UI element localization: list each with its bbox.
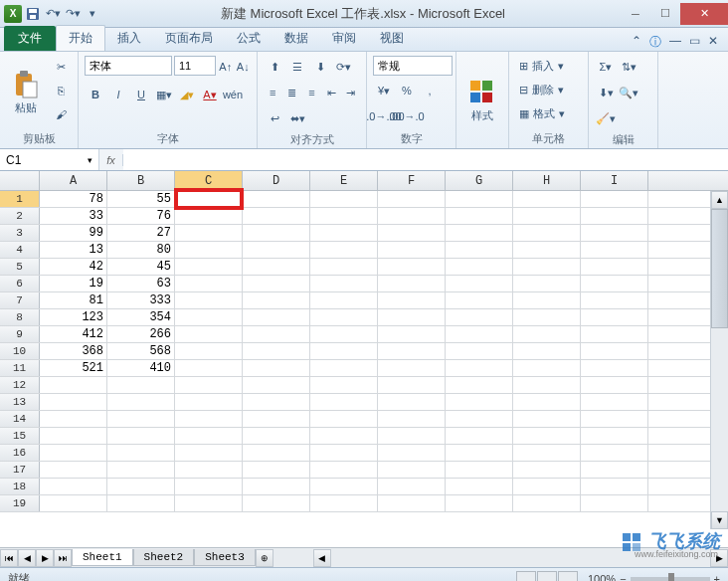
sort-icon[interactable]: ⇅▾ — [618, 56, 639, 78]
tab-review[interactable]: 审阅 — [320, 26, 368, 51]
merge-icon[interactable]: ⬌▾ — [286, 107, 308, 129]
cell[interactable] — [243, 208, 310, 224]
cell[interactable]: 368 — [40, 343, 107, 359]
cell[interactable] — [513, 309, 581, 325]
cell[interactable] — [513, 225, 581, 241]
sheet-last-icon[interactable]: ⏭ — [54, 549, 72, 567]
sheet-tab[interactable]: Sheet2 — [133, 549, 195, 566]
cell[interactable] — [243, 495, 310, 511]
tab-formulas[interactable]: 公式 — [225, 26, 273, 51]
indent-increase-icon[interactable]: ⇥ — [341, 82, 360, 103]
insert-cells-button[interactable]: ⊞插入▾ — [515, 56, 582, 76]
percent-icon[interactable]: % — [396, 80, 418, 101]
col-header-H[interactable]: H — [513, 171, 581, 190]
font-name-select[interactable] — [85, 56, 172, 76]
col-header-C[interactable]: C — [175, 171, 243, 190]
cell[interactable] — [513, 343, 581, 359]
cell[interactable] — [310, 343, 378, 359]
comma-icon[interactable]: , — [419, 80, 441, 101]
cell[interactable]: 99 — [40, 225, 107, 241]
cell[interactable] — [243, 259, 310, 275]
cell[interactable] — [40, 428, 107, 444]
cell[interactable] — [310, 428, 378, 444]
cell[interactable] — [40, 377, 107, 393]
cell[interactable] — [243, 309, 310, 325]
zoom-slider[interactable] — [631, 577, 710, 581]
cell[interactable] — [378, 428, 446, 444]
align-middle-icon[interactable]: ☰ — [286, 56, 308, 78]
cell[interactable] — [581, 309, 648, 325]
row-header[interactable]: 7 — [0, 292, 40, 308]
cell[interactable] — [243, 292, 310, 308]
cell[interactable] — [581, 462, 648, 478]
cell[interactable] — [310, 225, 378, 241]
scroll-thumb[interactable] — [711, 209, 728, 328]
cell[interactable] — [107, 377, 175, 393]
cell[interactable] — [581, 394, 648, 410]
cell[interactable]: 55 — [107, 191, 175, 207]
cell[interactable] — [513, 411, 581, 427]
cell[interactable] — [175, 394, 243, 410]
cell[interactable] — [513, 377, 581, 393]
cell[interactable] — [446, 360, 513, 376]
col-header-D[interactable]: D — [243, 171, 310, 190]
row-header[interactable]: 19 — [0, 495, 40, 511]
qat-dropdown-icon[interactable]: ▾ — [84, 5, 101, 23]
cell[interactable]: 42 — [40, 259, 107, 275]
cell[interactable] — [378, 326, 446, 342]
cell[interactable] — [513, 276, 581, 291]
tab-layout[interactable]: 页面布局 — [153, 26, 225, 51]
align-top-icon[interactable]: ⬆ — [264, 56, 285, 78]
currency-icon[interactable]: ¥▾ — [373, 80, 395, 101]
cell[interactable] — [446, 428, 513, 444]
cell[interactable] — [175, 225, 243, 241]
align-center-icon[interactable]: ≣ — [283, 82, 302, 103]
cell[interactable]: 27 — [107, 225, 175, 241]
cell[interactable] — [310, 292, 378, 308]
cell[interactable] — [175, 259, 243, 275]
fx-button[interactable]: fx — [99, 154, 123, 166]
clear-icon[interactable]: 🧹▾ — [595, 107, 617, 129]
cell[interactable] — [175, 360, 243, 376]
cell[interactable] — [175, 208, 243, 224]
cell[interactable] — [310, 462, 378, 478]
cell[interactable] — [175, 191, 243, 207]
cell[interactable] — [581, 495, 648, 511]
cell[interactable]: 412 — [40, 326, 107, 342]
align-right-icon[interactable]: ≡ — [302, 82, 321, 103]
cell[interactable] — [175, 377, 243, 393]
cell[interactable] — [378, 343, 446, 359]
cell[interactable] — [310, 208, 378, 224]
select-all-corner[interactable] — [0, 171, 40, 190]
format-cells-button[interactable]: ▦格式▾ — [515, 103, 582, 123]
cell[interactable]: 568 — [107, 343, 175, 359]
zoom-level[interactable]: 100% — [588, 573, 616, 582]
cell[interactable] — [513, 445, 581, 461]
cell[interactable] — [310, 394, 378, 410]
cell[interactable] — [243, 242, 310, 258]
name-box[interactable]: C1 ▾ — [0, 149, 99, 170]
cell[interactable] — [40, 462, 107, 478]
cell[interactable] — [581, 191, 648, 207]
cell[interactable]: 76 — [107, 208, 175, 224]
row-header[interactable]: 5 — [0, 259, 40, 275]
window-min-icon[interactable]: — — [669, 34, 681, 51]
cell[interactable] — [243, 191, 310, 207]
cell[interactable]: 410 — [107, 360, 175, 376]
cell[interactable]: 45 — [107, 259, 175, 275]
row-header[interactable]: 17 — [0, 462, 40, 478]
cell[interactable] — [513, 191, 581, 207]
cell[interactable] — [243, 360, 310, 376]
cell[interactable] — [310, 191, 378, 207]
cell[interactable] — [175, 326, 243, 342]
cell[interactable] — [378, 394, 446, 410]
col-header-F[interactable]: F — [378, 171, 446, 190]
format-painter-icon[interactable]: 🖌 — [50, 103, 72, 125]
sheet-tab[interactable]: Sheet3 — [194, 549, 256, 566]
view-break-icon[interactable] — [558, 571, 578, 582]
cell[interactable] — [513, 326, 581, 342]
cell[interactable] — [581, 326, 648, 342]
row-header[interactable]: 16 — [0, 445, 40, 461]
cell[interactable] — [513, 428, 581, 444]
cell[interactable] — [446, 225, 513, 241]
